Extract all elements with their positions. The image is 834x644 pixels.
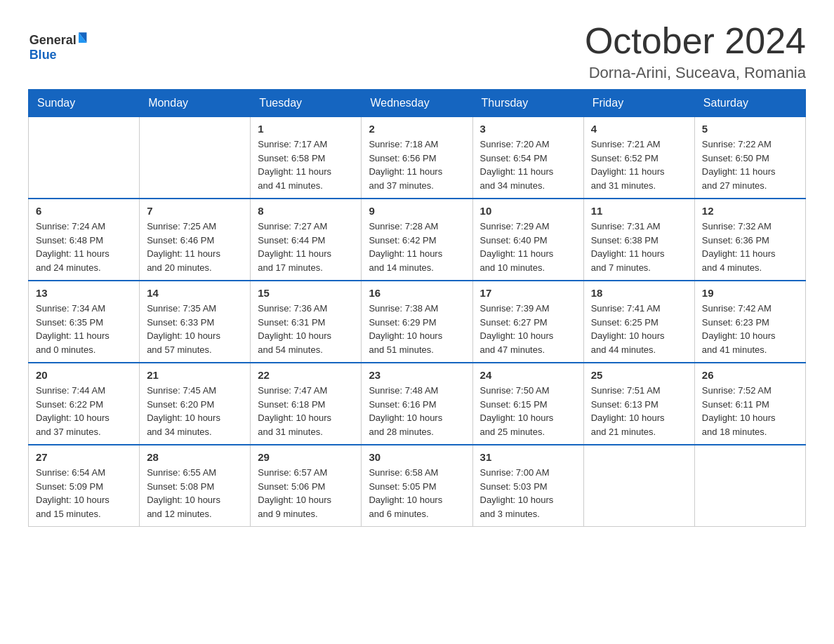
col-thursday: Thursday [472,90,583,117]
day-info: Sunrise: 7:32 AMSunset: 6:36 PMDaylight:… [702,220,798,274]
day-number: 3 [480,123,576,135]
calendar-table: Sunday Monday Tuesday Wednesday Thursday… [28,89,806,527]
calendar-cell [694,445,805,527]
day-info: Sunrise: 7:25 AMSunset: 6:46 PMDaylight:… [147,220,243,274]
day-number: 8 [258,205,354,217]
calendar-cell: 30Sunrise: 6:58 AMSunset: 5:05 PMDayligh… [362,445,472,527]
subtitle: Dorna-Arini, Suceava, Romania [585,64,806,82]
calendar-cell: 4Sunrise: 7:21 AMSunset: 6:52 PMDaylight… [583,117,694,199]
day-number: 17 [480,287,576,299]
calendar-cell: 10Sunrise: 7:29 AMSunset: 6:40 PMDayligh… [472,199,583,281]
day-number: 15 [258,287,354,299]
day-number: 12 [702,205,798,217]
calendar-week-row: 6Sunrise: 7:24 AMSunset: 6:48 PMDaylight… [29,199,806,281]
calendar-cell: 1Sunrise: 7:17 AMSunset: 6:58 PMDaylight… [251,117,362,199]
day-number: 7 [147,205,243,217]
col-tuesday: Tuesday [251,90,362,117]
calendar-cell: 18Sunrise: 7:41 AMSunset: 6:25 PMDayligh… [583,281,694,363]
calendar-cell: 22Sunrise: 7:47 AMSunset: 6:18 PMDayligh… [251,363,362,445]
day-number: 24 [480,369,576,381]
calendar-header-row: Sunday Monday Tuesday Wednesday Thursday… [29,90,806,117]
day-number: 25 [591,369,687,381]
day-number: 9 [369,205,465,217]
day-info: Sunrise: 7:29 AMSunset: 6:40 PMDaylight:… [480,220,576,274]
day-info: Sunrise: 6:54 AMSunset: 5:09 PMDaylight:… [36,466,132,521]
calendar-week-row: 27Sunrise: 6:54 AMSunset: 5:09 PMDayligh… [29,445,806,527]
calendar-cell: 12Sunrise: 7:32 AMSunset: 6:36 PMDayligh… [694,199,805,281]
day-number: 22 [258,369,354,381]
calendar-cell: 11Sunrise: 7:31 AMSunset: 6:38 PMDayligh… [583,199,694,281]
day-number: 19 [702,287,798,299]
day-info: Sunrise: 6:58 AMSunset: 5:05 PMDaylight:… [369,466,465,521]
day-info: Sunrise: 6:55 AMSunset: 5:08 PMDaylight:… [147,466,243,521]
day-number: 18 [591,287,687,299]
calendar-cell: 27Sunrise: 6:54 AMSunset: 5:09 PMDayligh… [29,445,140,527]
day-number: 14 [147,287,243,299]
calendar-cell: 28Sunrise: 6:55 AMSunset: 5:08 PMDayligh… [140,445,251,527]
day-number: 21 [147,369,243,381]
day-number: 29 [258,451,354,463]
page-header: General Blue October 2024 Dorna-Arini, S… [28,21,806,82]
day-number: 28 [147,451,243,463]
calendar-cell: 9Sunrise: 7:28 AMSunset: 6:42 PMDaylight… [362,199,472,281]
day-number: 11 [591,205,687,217]
calendar-week-row: 13Sunrise: 7:34 AMSunset: 6:35 PMDayligh… [29,281,806,363]
day-info: Sunrise: 7:50 AMSunset: 6:15 PMDaylight:… [480,384,576,438]
day-info: Sunrise: 7:18 AMSunset: 6:56 PMDaylight:… [369,137,465,192]
day-number: 20 [36,369,132,381]
calendar-cell: 23Sunrise: 7:48 AMSunset: 6:16 PMDayligh… [362,363,472,445]
calendar-cell: 17Sunrise: 7:39 AMSunset: 6:27 PMDayligh… [472,281,583,363]
day-info: Sunrise: 7:44 AMSunset: 6:22 PMDaylight:… [36,384,132,438]
calendar-week-row: 1Sunrise: 7:17 AMSunset: 6:58 PMDaylight… [29,117,806,199]
day-info: Sunrise: 7:20 AMSunset: 6:54 PMDaylight:… [480,137,576,192]
calendar-cell: 6Sunrise: 7:24 AMSunset: 6:48 PMDaylight… [29,199,140,281]
logo-svg: General Blue [28,21,91,70]
calendar-cell: 14Sunrise: 7:35 AMSunset: 6:33 PMDayligh… [140,281,251,363]
col-friday: Friday [583,90,694,117]
calendar-cell: 2Sunrise: 7:18 AMSunset: 6:56 PMDaylight… [362,117,472,199]
day-number: 13 [36,287,132,299]
calendar-cell: 8Sunrise: 7:27 AMSunset: 6:44 PMDaylight… [251,199,362,281]
svg-text:General: General [29,33,77,47]
calendar-cell: 26Sunrise: 7:52 AMSunset: 6:11 PMDayligh… [694,363,805,445]
calendar-cell: 29Sunrise: 6:57 AMSunset: 5:06 PMDayligh… [251,445,362,527]
col-saturday: Saturday [694,90,805,117]
day-info: Sunrise: 7:21 AMSunset: 6:52 PMDaylight:… [591,137,687,192]
calendar-cell: 7Sunrise: 7:25 AMSunset: 6:46 PMDaylight… [140,199,251,281]
title-section: October 2024 Dorna-Arini, Suceava, Roman… [585,21,806,82]
day-info: Sunrise: 7:17 AMSunset: 6:58 PMDaylight:… [258,137,354,192]
day-info: Sunrise: 7:36 AMSunset: 6:31 PMDaylight:… [258,302,354,356]
day-number: 2 [369,123,465,135]
day-info: Sunrise: 6:57 AMSunset: 5:06 PMDaylight:… [258,466,354,521]
day-number: 31 [480,451,576,463]
calendar-cell: 20Sunrise: 7:44 AMSunset: 6:22 PMDayligh… [29,363,140,445]
col-wednesday: Wednesday [362,90,472,117]
calendar-week-row: 20Sunrise: 7:44 AMSunset: 6:22 PMDayligh… [29,363,806,445]
day-info: Sunrise: 7:45 AMSunset: 6:20 PMDaylight:… [147,384,243,438]
col-sunday: Sunday [29,90,140,117]
day-number: 5 [702,123,798,135]
day-info: Sunrise: 7:27 AMSunset: 6:44 PMDaylight:… [258,220,354,274]
day-info: Sunrise: 7:52 AMSunset: 6:11 PMDaylight:… [702,384,798,438]
day-info: Sunrise: 7:34 AMSunset: 6:35 PMDaylight:… [36,302,132,356]
calendar-cell [29,117,140,199]
day-info: Sunrise: 7:38 AMSunset: 6:29 PMDaylight:… [369,302,465,356]
day-info: Sunrise: 7:51 AMSunset: 6:13 PMDaylight:… [591,384,687,438]
svg-text:Blue: Blue [29,48,57,62]
calendar-cell: 24Sunrise: 7:50 AMSunset: 6:15 PMDayligh… [472,363,583,445]
day-number: 30 [369,451,465,463]
day-info: Sunrise: 7:48 AMSunset: 6:16 PMDaylight:… [369,384,465,438]
calendar-cell: 21Sunrise: 7:45 AMSunset: 6:20 PMDayligh… [140,363,251,445]
day-number: 4 [591,123,687,135]
day-info: Sunrise: 7:31 AMSunset: 6:38 PMDaylight:… [591,220,687,274]
day-info: Sunrise: 7:24 AMSunset: 6:48 PMDaylight:… [36,220,132,274]
calendar-cell: 19Sunrise: 7:42 AMSunset: 6:23 PMDayligh… [694,281,805,363]
day-info: Sunrise: 7:39 AMSunset: 6:27 PMDaylight:… [480,302,576,356]
day-number: 1 [258,123,354,135]
calendar-cell: 16Sunrise: 7:38 AMSunset: 6:29 PMDayligh… [362,281,472,363]
calendar-cell [583,445,694,527]
calendar-cell: 25Sunrise: 7:51 AMSunset: 6:13 PMDayligh… [583,363,694,445]
calendar-cell [140,117,251,199]
day-number: 26 [702,369,798,381]
day-info: Sunrise: 7:41 AMSunset: 6:25 PMDaylight:… [591,302,687,356]
